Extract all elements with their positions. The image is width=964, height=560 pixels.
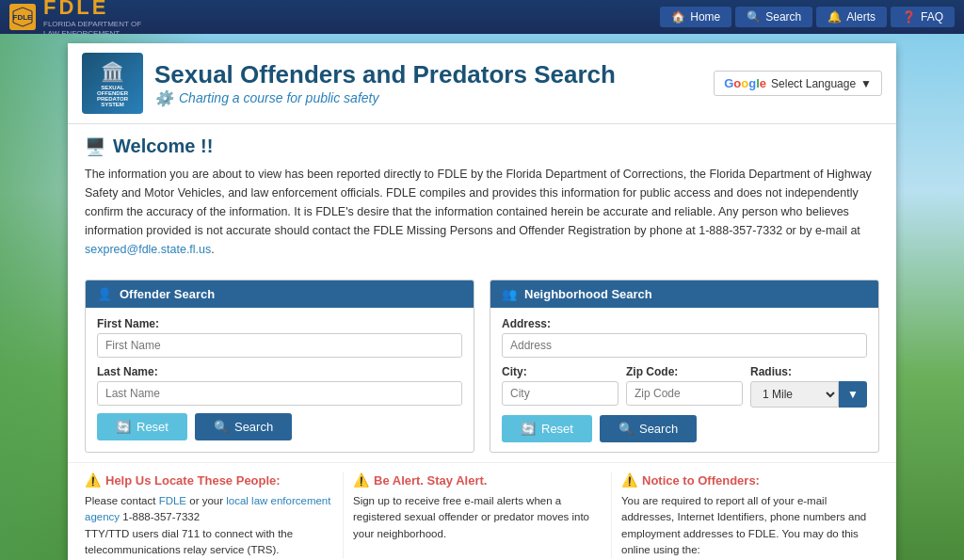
top-navigation: FDLE FDLE FLORIDA DEPARTMENT OF LAW ENFO… [0,0,964,34]
locate-text: Please contact FDLE or your local law en… [85,493,333,558]
page-title: Sexual Offenders and Predators Search [154,60,616,89]
search-forms: 👤 Offender Search First Name: Last Name: [68,270,896,462]
search-button[interactable]: 🔍 Search [735,7,812,27]
footer-col-notice: ⚠️ Notice to Offenders: You are required… [612,472,879,558]
header-text: Sexual Offenders and Predators Search ⚙️… [154,60,616,107]
faq-button[interactable]: ❓ FAQ [891,7,955,27]
alert-title: ⚠️ Be Alert. Stay Alert. [353,472,602,488]
city-label: City: [502,365,619,378]
main-wrapper: 🏛️ SEXUAL OFFENDER PREDATOR SYSTEM Sexua… [0,34,964,560]
offender-search-header: 👤 Offender Search [86,280,474,308]
radius-select[interactable]: 1 Mile 2 Miles 3 Miles 5 Miles [750,381,839,408]
sops-logo: 🏛️ SEXUAL OFFENDER PREDATOR SYSTEM [82,53,143,114]
panel-header: 🏛️ SEXUAL OFFENDER PREDATOR SYSTEM Sexua… [68,43,896,124]
neighborhood-form-buttons: 🔄 Reset 🔍 Search [502,415,867,442]
alert-text: Sign up to receive free e-mail alerts wh… [353,493,602,542]
offender-form-buttons: 🔄 Reset 🔍 Search [97,413,462,440]
first-name-input[interactable] [97,333,462,358]
search-icon2: 🔍 [619,422,634,436]
nav-buttons: 🏠 Home 🔍 Search 🔔 Alerts ❓ FAQ [660,7,955,27]
address-input[interactable] [502,333,867,358]
content-panel: 🏛️ SEXUAL OFFENDER PREDATOR SYSTEM Sexua… [68,43,896,560]
neighborhood-reset-button[interactable]: 🔄 Reset [502,415,592,442]
zip-field: Zip Code: [626,365,743,408]
footer-col-alert: ⚠️ Be Alert. Stay Alert. Sign up to rece… [344,472,612,558]
welcome-title: 🖥️ Welcome !! [85,136,879,157]
neighborhood-search-button[interactable]: 🔍 Search [600,415,697,442]
neighborhood-search-form: 👥 Neighborhood Search Address: City: [490,280,879,453]
city-input[interactable] [502,381,619,406]
neighborhood-icon: 👥 [502,287,517,301]
zip-input[interactable] [626,381,743,406]
footer-col-locate: ⚠️ Help Us Locate These People: Please c… [85,472,344,558]
monitor-icon: 🖥️ [85,136,105,157]
offender-reset-button[interactable]: 🔄 Reset [97,413,187,440]
radius-field: Radius: 1 Mile 2 Miles 3 Miles 5 Miles ▼ [750,365,867,408]
address-label: Address: [502,317,867,330]
svg-text:FDLE: FDLE [13,13,33,22]
last-name-label: Last Name: [97,365,462,378]
first-name-label: First Name: [97,317,462,330]
helm-icon: ⚙️ [154,89,173,107]
email-link[interactable]: sexpred@fdle.state.fl.us [85,243,211,256]
offender-search-form: 👤 Offender Search First Name: Last Name: [85,280,474,453]
footer-sections: ⚠️ Help Us Locate These People: Please c… [68,462,896,560]
welcome-section: 🖥️ Welcome !! The information you are ab… [68,124,896,270]
header-left: 🏛️ SEXUAL OFFENDER PREDATOR SYSTEM Sexua… [82,53,616,114]
neighborhood-search-header: 👥 Neighborhood Search [490,280,878,308]
offender-search-body: First Name: Last Name: 🔄 Reset 🔍 [86,308,474,450]
first-name-row: First Name: [97,317,462,358]
neighborhood-search-body: Address: City: Zip Code: Rad [490,308,878,452]
alert-icon-2: ⚠️ [353,472,369,488]
alert-icon-1: ⚠️ [85,472,101,488]
zip-label: Zip Code: [626,365,743,378]
fdle-link[interactable]: FDLE [159,495,186,506]
home-button[interactable]: 🏠 Home [660,7,731,27]
alert-icon-3: ⚠️ [621,472,637,488]
welcome-text: The information you are about to view ha… [85,165,879,259]
reset-icon2: 🔄 [521,422,536,436]
radius-select-wrap: 1 Mile 2 Miles 3 Miles 5 Miles ▼ [750,381,867,408]
offender-search-button[interactable]: 🔍 Search [195,413,292,440]
city-zip-radius-row: City: Zip Code: Radius: 1 Mile [502,365,867,408]
radius-label: Radius: [750,365,867,378]
alerts-button[interactable]: 🔔 Alerts [816,7,887,27]
notice-text: You are required to report all of your e… [621,493,870,558]
offender-icon: 👤 [97,287,112,301]
city-field: City: [502,365,619,408]
translate-button[interactable]: Google Select Language ▼ [714,71,882,96]
reset-icon: 🔄 [116,420,131,434]
page-subtitle: ⚙️ Charting a course for public safety [154,89,616,107]
search-icon: 🔍 [214,420,229,434]
google-logo: Google [724,76,766,90]
address-row: Address: [502,317,867,358]
last-name-input[interactable] [97,381,462,406]
logo-fdle: FDLE [43,0,141,20]
fdle-shield: FDLE [9,4,36,30]
radius-dropdown-button[interactable]: ▼ [839,381,867,408]
notice-title: ⚠️ Notice to Offenders: [621,472,870,488]
logo-sub1: FLORIDA DEPARTMENT OF [43,20,141,29]
locate-title: ⚠️ Help Us Locate These People: [85,472,333,488]
last-name-row: Last Name: [97,365,462,406]
